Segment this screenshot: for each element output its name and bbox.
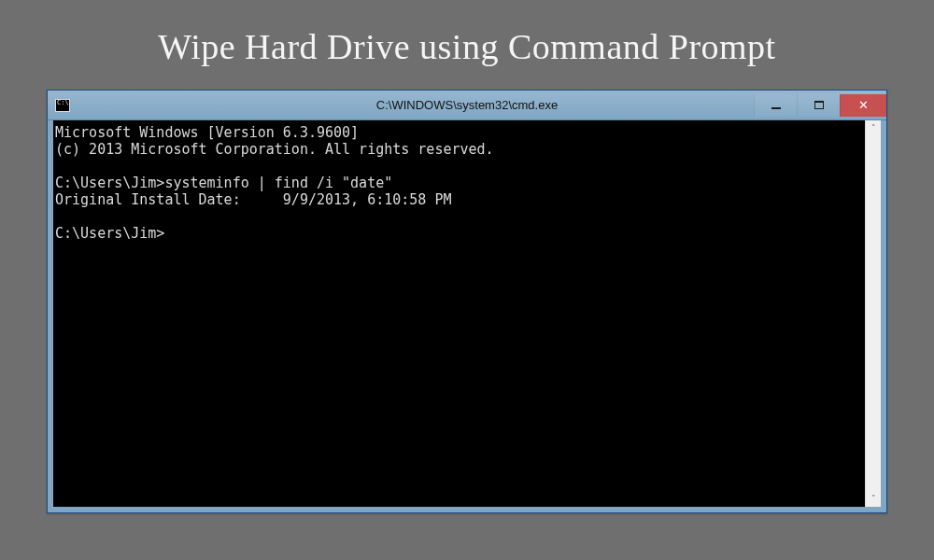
scrollbar-track[interactable] — [866, 136, 881, 491]
vertical-scrollbar[interactable]: ˄ ˅ — [865, 120, 881, 507]
scroll-up-button[interactable]: ˄ — [866, 120, 881, 136]
cmd-window: C:\WINDOWS\system32\cmd.exe ✕ Microsoft … — [47, 90, 887, 513]
chevron-up-icon: ˄ — [871, 124, 876, 133]
page-heading: Wipe Hard Drive using Command Prompt — [158, 26, 775, 67]
cmd-icon — [55, 99, 70, 112]
maximize-icon — [814, 101, 824, 109]
window-controls: ✕ — [754, 94, 886, 117]
chevron-down-icon: ˅ — [871, 495, 876, 503]
minimize-button[interactable] — [754, 94, 797, 117]
page: Wipe Hard Drive using Command Prompt C:\… — [0, 0, 934, 560]
window-client-area: Microsoft Windows [Version 6.3.9600] (c)… — [48, 120, 886, 512]
close-icon: ✕ — [858, 99, 869, 111]
close-button[interactable]: ✕ — [840, 94, 886, 117]
scroll-down-button[interactable]: ˅ — [866, 491, 881, 507]
titlebar[interactable]: C:\WINDOWS\system32\cmd.exe ✕ — [48, 91, 886, 120]
maximize-button[interactable] — [797, 94, 840, 117]
minimize-icon — [771, 107, 781, 109]
terminal-output[interactable]: Microsoft Windows [Version 6.3.9600] (c)… — [53, 120, 865, 507]
